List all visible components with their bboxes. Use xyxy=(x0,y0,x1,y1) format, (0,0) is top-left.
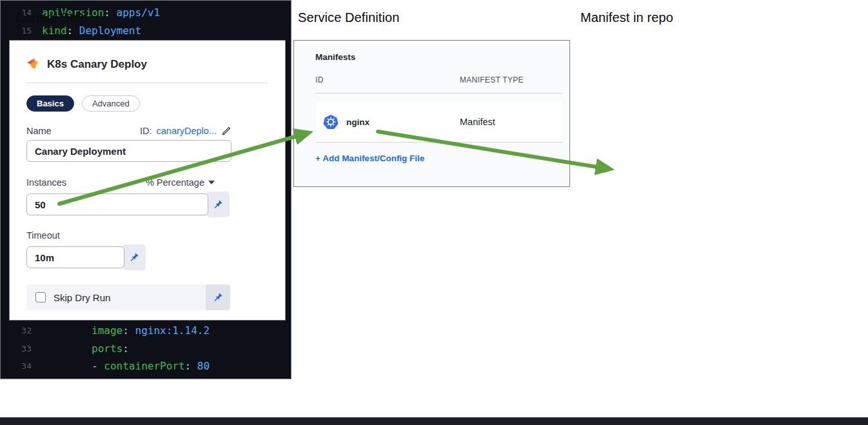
name-input[interactable]: Canary Deployment xyxy=(26,140,232,162)
skip-dry-run-checkbox[interactable] xyxy=(35,292,46,302)
pin-icon xyxy=(213,292,223,302)
manifest-table-row[interactable]: nginx Manifest xyxy=(315,102,563,142)
heading-manifest-in-repo: Manifest in repo xyxy=(580,10,673,25)
divider xyxy=(315,93,563,94)
divider xyxy=(26,83,268,83)
instances-unit-dropdown[interactable]: % Percentage xyxy=(146,177,215,188)
step-header: K8s Canary Deploy xyxy=(26,57,268,72)
tab-advanced[interactable]: Advanced xyxy=(82,95,140,112)
caret-down-icon xyxy=(208,181,215,184)
skip-dry-run-label: Skip Dry Run xyxy=(54,292,206,303)
id-prefix-label: ID: xyxy=(140,126,152,136)
unit-dropdown-value: % Percentage xyxy=(146,177,204,188)
edit-pencil-icon[interactable] xyxy=(221,126,232,136)
column-id: ID xyxy=(315,75,460,84)
instances-input-group: 50 xyxy=(26,192,268,217)
code-line: 32 image: nginx:1.14.2 xyxy=(1,322,291,339)
tab-basics[interactable]: Basics xyxy=(26,95,74,112)
code-line: 33 ports: xyxy=(1,339,291,357)
timeout-input-group: 10m xyxy=(26,244,268,270)
heading-service-definition: Service Definition xyxy=(298,10,399,25)
add-manifest-link[interactable]: + Add Manifest/Config File xyxy=(315,153,424,163)
instances-field-header: Instances % Percentage xyxy=(26,177,215,188)
step-id-link[interactable]: canaryDeplo... xyxy=(157,126,217,136)
kubernetes-icon xyxy=(323,114,339,130)
pin-icon xyxy=(129,252,139,262)
manifests-section-title: Manifests xyxy=(315,52,563,62)
canary-step-panel: K8s Canary Deploy Basics Advanced Name I… xyxy=(9,40,286,321)
name-label: Name xyxy=(26,126,52,136)
manifest-row-id-cell: nginx xyxy=(323,114,460,130)
step-tabs: Basics Advanced xyxy=(26,95,268,112)
manifest-id-text: nginx xyxy=(346,117,370,127)
timeout-pin-button[interactable] xyxy=(123,244,146,270)
step-id-group: ID: canaryDeplo... xyxy=(140,126,232,136)
instances-label: Instances xyxy=(26,177,66,188)
skip-dry-run-row: Skip Dry Run xyxy=(26,284,230,310)
canary-bird-icon xyxy=(26,57,41,72)
divider xyxy=(315,142,563,143)
manifests-table-header: ID MANIFEST TYPE xyxy=(315,75,563,84)
name-field-header: Name ID: canaryDeplo... xyxy=(26,126,232,136)
heading-canary-step: Canary Step xyxy=(15,10,88,25)
step-title: K8s Canary Deploy xyxy=(47,58,147,71)
timeout-label: Timeout xyxy=(26,230,268,241)
column-manifest-type: MANIFEST TYPE xyxy=(460,75,563,84)
pin-icon xyxy=(213,199,223,210)
instances-pin-button[interactable] xyxy=(206,192,230,217)
code-line: 34 - containerPort: 80 xyxy=(1,357,291,375)
skip-dry-run-pin-button[interactable] xyxy=(206,284,230,310)
manifest-type-text: Manifest xyxy=(460,117,563,127)
instances-input[interactable]: 50 xyxy=(26,193,208,215)
timeout-input[interactable]: 10m xyxy=(26,246,124,268)
service-definition-panel: Manifests ID MANIFEST TYPE xyxy=(293,40,570,187)
